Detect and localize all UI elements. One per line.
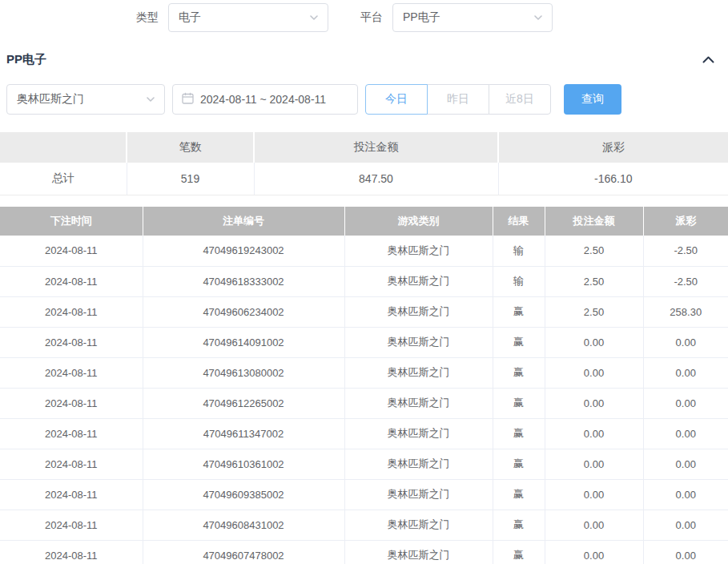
table-cell: 总计 [0, 163, 127, 195]
table-cell: 输 [493, 266, 545, 296]
table-cell: -2.50 [643, 266, 728, 296]
table-cell: 输 [493, 236, 545, 266]
type-select[interactable]: 电子 [168, 3, 328, 32]
table-cell: 0.00 [545, 418, 643, 449]
table-cell: 0.00 [545, 540, 643, 564]
chevron-down-icon [310, 15, 318, 20]
table-cell: 258.30 [643, 296, 728, 327]
table-cell: 2024-08-11 [0, 357, 143, 388]
table-cell: -166.10 [498, 163, 728, 195]
table-cell: 赢 [493, 479, 545, 510]
table-cell: 47049618333002 [143, 266, 344, 296]
column-header: 下注时间 [0, 207, 143, 236]
table-cell: 赢 [493, 540, 545, 564]
table-cell: 奥林匹斯之门 [344, 479, 493, 510]
table-cell: 47049611347002 [143, 418, 344, 449]
table-cell: 0.00 [643, 357, 728, 388]
bet-records-table: 下注时间注单编号游戏类别结果投注金额派彩 2024-08-11470496192… [0, 207, 728, 564]
game-select[interactable]: 奥林匹斯之门 [6, 84, 165, 115]
table-cell: 2024-08-11 [0, 388, 143, 418]
table-row: 2024-08-1147049611347002奥林匹斯之门赢0.000.00 [0, 418, 728, 449]
table-cell: 奥林匹斯之门 [344, 327, 493, 357]
table-cell: 47049612265002 [143, 388, 344, 418]
column-header: 游戏类别 [344, 207, 493, 236]
quick-date-buttons: 今日昨日近8日 [365, 84, 551, 115]
table-cell: 0.00 [545, 327, 643, 357]
table-cell: 47049619243002 [143, 236, 344, 266]
table-cell: 奥林匹斯之门 [344, 540, 493, 564]
table-row: 2024-08-1147049619243002奥林匹斯之门输2.50-2.50 [0, 236, 728, 266]
table-cell: 847.50 [254, 163, 498, 195]
calendar-icon [182, 92, 194, 107]
table-cell: 赢 [493, 510, 545, 540]
table-cell: 47049614091002 [143, 327, 344, 357]
section-header: PP电子 [0, 48, 728, 70]
table-cell: 2024-08-11 [0, 449, 143, 479]
table-cell: 2.50 [545, 296, 643, 327]
table-cell: 2024-08-11 [0, 296, 143, 327]
date-range-value: 2024-08-11 ~ 2024-08-11 [200, 93, 326, 106]
table-cell: 0.00 [545, 510, 643, 540]
table-cell: 奥林匹斯之门 [344, 449, 493, 479]
table-row: 2024-08-1147049612265002奥林匹斯之门赢0.000.00 [0, 388, 728, 418]
type-select-value: 电子 [179, 10, 201, 25]
table-cell: 奥林匹斯之门 [344, 357, 493, 388]
collapse-section-button[interactable] [702, 54, 714, 66]
table-cell: 0.00 [643, 449, 728, 479]
section-title: PP电子 [6, 52, 46, 67]
quick-date-button[interactable]: 近8日 [489, 84, 551, 115]
table-cell: 0.00 [643, 388, 728, 418]
platform-label: 平台 [360, 10, 383, 25]
date-range-input[interactable]: 2024-08-11 ~ 2024-08-11 [172, 84, 358, 115]
table-cell: 0.00 [643, 479, 728, 510]
table-cell: 0.00 [643, 510, 728, 540]
column-header: 注单编号 [143, 207, 344, 236]
table-cell: 0.00 [545, 479, 643, 510]
table-cell: 0.00 [545, 357, 643, 388]
table-cell: 奥林匹斯之门 [344, 296, 493, 327]
top-filter-bar: 类型 电子 平台 PP电子 [136, 3, 553, 32]
quick-date-button[interactable]: 昨日 [427, 84, 489, 115]
table-cell: 赢 [493, 449, 545, 479]
column-header: 笔数 [127, 132, 254, 163]
table-cell: 奥林匹斯之门 [344, 266, 493, 296]
table-cell: 赢 [493, 357, 545, 388]
search-button[interactable]: 查询 [564, 84, 621, 115]
table-cell: -2.50 [643, 236, 728, 266]
table-cell: 0.00 [643, 418, 728, 449]
table-cell: 2024-08-11 [0, 510, 143, 540]
table-cell: 2024-08-11 [0, 479, 143, 510]
table-cell: 0.00 [643, 327, 728, 357]
table-cell: 2024-08-11 [0, 418, 143, 449]
summary-header-row: 笔数投注金额派彩 [0, 132, 728, 163]
table-cell: 47049613080002 [143, 357, 344, 388]
table-cell: 奥林匹斯之门 [344, 236, 493, 266]
table-row: 2024-08-1147049614091002奥林匹斯之门赢0.000.00 [0, 327, 728, 357]
column-header: 结果 [493, 207, 545, 236]
table-cell: 47049608431002 [143, 510, 344, 540]
platform-select[interactable]: PP电子 [392, 3, 553, 32]
table-row: 2024-08-1147049606234002奥林匹斯之门赢2.50258.3… [0, 296, 728, 327]
game-select-value: 奥林匹斯之门 [17, 92, 84, 107]
table-cell: 奥林匹斯之门 [344, 510, 493, 540]
table-cell: 2024-08-11 [0, 236, 143, 266]
table-cell: 47049609385002 [143, 479, 344, 510]
column-header: 派彩 [643, 207, 728, 236]
table-cell: 0.00 [643, 540, 728, 564]
table-cell: 2.50 [545, 236, 643, 266]
table-cell: 2024-08-11 [0, 266, 143, 296]
table-row: 2024-08-1147049613080002奥林匹斯之门赢0.000.00 [0, 357, 728, 388]
table-row: 2024-08-1147049608431002奥林匹斯之门赢0.000.00 [0, 510, 728, 540]
chevron-down-icon [147, 97, 155, 102]
table-cell: 2024-08-11 [0, 327, 143, 357]
table-row: 2024-08-1147049607478002奥林匹斯之门赢0.000.00 [0, 540, 728, 564]
table-row: 总计519847.50-166.10 [0, 163, 728, 195]
type-label: 类型 [136, 10, 159, 25]
table-cell: 47049607478002 [143, 540, 344, 564]
quick-date-button[interactable]: 今日 [365, 84, 428, 115]
table-cell: 赢 [493, 388, 545, 418]
column-header: 投注金额 [254, 132, 498, 163]
table-cell: 0.00 [545, 388, 643, 418]
table-row: 2024-08-1147049609385002奥林匹斯之门赢0.000.00 [0, 479, 728, 510]
table-cell: 赢 [493, 418, 545, 449]
